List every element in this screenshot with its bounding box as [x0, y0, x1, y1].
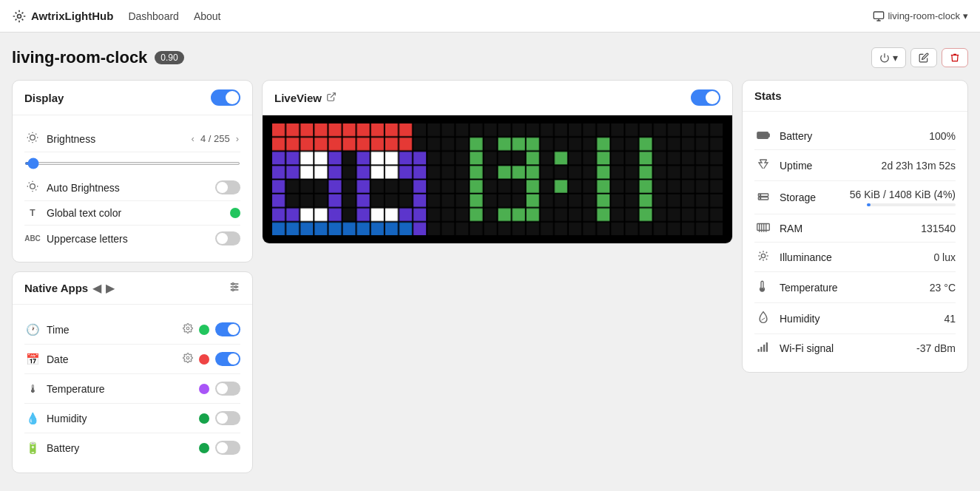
uppercase-toggle[interactable]: [215, 231, 240, 246]
stats-wifi-row: Wi-Fi signal -37 dBm: [754, 334, 956, 362]
liveview-title-area: LiveView: [274, 92, 337, 104]
liveview-card-header: LiveView: [263, 81, 732, 115]
native-apps-body: 🕐 Time: [13, 305, 252, 473]
battery-stats-value: 100%: [929, 130, 956, 142]
svg-point-22: [232, 283, 234, 285]
power-icon: [879, 53, 890, 63]
edit-button[interactable]: [910, 48, 937, 67]
wifi-stats-value: -37 dBm: [916, 342, 956, 354]
uppercase-icon: ABC: [24, 234, 41, 243]
battery-toggle[interactable]: [215, 441, 240, 455]
svg-line-7: [36, 140, 36, 141]
wifi-stats-label: Wi-Fi signal: [780, 342, 909, 354]
svg-rect-30: [758, 132, 768, 138]
liveview-toggle[interactable]: [691, 89, 720, 106]
prev-icon[interactable]: ◀: [92, 281, 101, 295]
illuminance-stats-value: 0 lux: [933, 251, 956, 263]
time-settings-icon[interactable]: [183, 323, 193, 336]
text-color-icon: T: [24, 208, 41, 218]
battery-app-controls: [199, 441, 240, 455]
svg-line-48: [766, 259, 767, 260]
date-color-dot: [199, 354, 209, 365]
uptime-stats-value: 2d 23h 13m 52s: [882, 160, 956, 172]
stats-battery-row: Battery 100%: [754, 122, 956, 150]
battery-color-dot: [199, 443, 209, 453]
uppercase-label: Uppercase letters: [47, 233, 209, 245]
brightness-down[interactable]: ‹: [190, 133, 196, 144]
stats-card-header: Stats: [743, 81, 967, 112]
monitor-icon: [873, 10, 885, 22]
wifi-stats-icon: [754, 342, 772, 354]
app-time-row: 🕐 Time: [24, 315, 240, 345]
brightness-slider[interactable]: [24, 162, 240, 165]
svg-point-26: [186, 356, 189, 359]
svg-point-0: [18, 14, 21, 18]
humidity-toggle[interactable]: [215, 411, 240, 425]
apps-settings-icon[interactable]: [229, 281, 240, 295]
display-toggle[interactable]: [211, 89, 240, 106]
nav-about[interactable]: About: [194, 7, 221, 25]
header-actions: ▾: [871, 47, 968, 68]
stats-body: Battery 100% Uptime 2d 23h 13m 52s: [743, 112, 967, 372]
chevron-down-icon: ▾: [963, 10, 968, 21]
ram-stats-label: RAM: [780, 223, 913, 234]
temperature-app-controls: [199, 382, 240, 396]
temperature-stats-label: Temperature: [780, 282, 922, 294]
temperature-toggle[interactable]: [215, 382, 240, 396]
svg-line-54: [762, 318, 766, 320]
time-toggle[interactable]: [215, 322, 240, 336]
svg-rect-1: [874, 12, 884, 18]
power-button[interactable]: ▾: [871, 47, 906, 68]
page-header: living-room-clock 0.90 ▾: [12, 47, 968, 68]
ram-stats-value: 131540: [921, 223, 956, 234]
battery-stats-label: Battery: [780, 130, 922, 142]
stats-storage-row: Storage 56 KiB / 1408 KiB (4%): [754, 181, 956, 214]
native-apps-title: Native Apps: [24, 282, 88, 294]
svg-line-15: [29, 183, 30, 183]
battery-stats-icon: [754, 129, 772, 142]
stats-temperature-row: Temperature 23 °C: [754, 272, 956, 303]
brightness-value: 4 / 255: [200, 133, 230, 144]
app-date-row: 📅 Date: [24, 345, 240, 374]
brightness-up[interactable]: ›: [234, 133, 240, 144]
svg-rect-55: [758, 349, 760, 352]
svg-point-23: [235, 286, 237, 288]
text-color-dot[interactable]: [230, 208, 240, 218]
left-column: Display Brightness ‹ 4: [12, 80, 253, 473]
ram-stats-icon: [754, 222, 772, 234]
humidity-stats-label: Humidity: [780, 313, 936, 325]
storage-bar: [867, 203, 956, 206]
svg-point-25: [186, 327, 189, 330]
temperature-app-icon: 🌡: [24, 382, 41, 395]
svg-point-33: [760, 194, 760, 195]
stats-ram-row: RAM 131540: [754, 214, 956, 243]
temperature-app-label: Temperature: [47, 383, 193, 395]
svg-rect-29: [768, 134, 770, 138]
date-app-icon: 📅: [24, 353, 41, 366]
humidity-stats-value: 41: [944, 313, 956, 325]
pixel-display: [271, 123, 723, 236]
storage-stats-label: Storage: [780, 192, 842, 203]
version-badge: 0.90: [155, 51, 183, 64]
navbar: AwtrixLightHub Dashboard About living-ro…: [0, 0, 980, 33]
device-selector[interactable]: living-room-clock ▾: [873, 10, 968, 22]
nav-dashboard[interactable]: Dashboard: [128, 7, 179, 25]
svg-line-6: [29, 134, 30, 135]
auto-brightness-row: Auto Brightness: [24, 175, 240, 201]
date-toggle[interactable]: [215, 352, 240, 366]
brand: AwtrixLightHub: [12, 9, 113, 24]
stats-illuminance-row: Illuminance 0 lux: [754, 243, 956, 272]
battery-app-label: Battery: [47, 442, 193, 454]
text-color-row: T Global text color: [24, 201, 240, 226]
date-settings-icon[interactable]: [183, 353, 193, 365]
delete-button[interactable]: [942, 48, 968, 67]
next-icon[interactable]: ▶: [106, 281, 115, 295]
auto-brightness-toggle[interactable]: [215, 180, 240, 194]
brightness-row: Brightness ‹ 4 / 255 ›: [24, 126, 240, 152]
svg-line-27: [331, 92, 335, 97]
time-color-dot: [199, 325, 209, 335]
app-temperature-row: 🌡 Temperature: [24, 374, 240, 404]
time-app-icon: 🕐: [24, 323, 41, 336]
humidity-app-label: Humidity: [47, 413, 193, 424]
external-link-icon[interactable]: [326, 92, 337, 104]
